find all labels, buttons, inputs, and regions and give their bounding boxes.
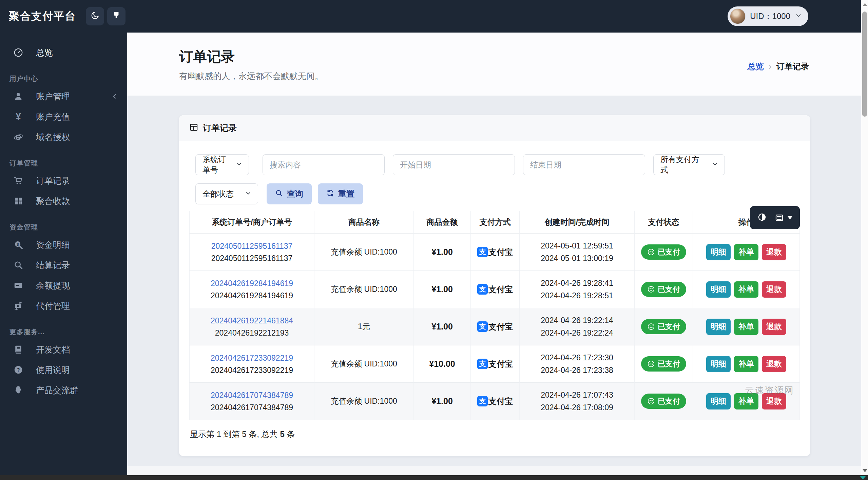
sidebar-item-aggregate-collection[interactable]: 聚合收款 xyxy=(0,191,127,211)
globe-icon xyxy=(13,132,24,142)
reset-button[interactable]: 重置 xyxy=(318,183,363,204)
dashboard-icon xyxy=(13,47,24,58)
sidebar-item-label: 产品交流群 xyxy=(36,385,78,396)
sidebar-item-order-records[interactable]: 订单记录 xyxy=(0,171,127,191)
sidebar-item-label: 资金明细 xyxy=(36,239,70,251)
order-link[interactable]: 2024050112595161137 xyxy=(211,240,293,252)
sidebar-item-dev-docs[interactable]: 开发文档 xyxy=(0,339,127,360)
layout-menu-button[interactable] xyxy=(775,213,793,222)
qq-icon xyxy=(13,385,24,396)
reorder-button[interactable]: 补单 xyxy=(734,319,758,335)
scroll-thumb[interactable] xyxy=(862,12,867,117)
completed-time: 2024-04-26 17:08:09 xyxy=(541,401,613,414)
order-field-select[interactable]: 系统订单号 xyxy=(195,154,249,175)
order-link[interactable]: 2024042619221461884 xyxy=(211,315,293,327)
summary-suffix: 条 xyxy=(285,429,295,439)
sidebar-item-settlement-records[interactable]: 结算记录 xyxy=(0,255,127,275)
watermark: 云速资源网 xyxy=(745,384,794,397)
reorder-button[interactable]: 补单 xyxy=(734,281,758,298)
status-select[interactable]: 全部状态 xyxy=(195,183,258,204)
refund-button[interactable]: 退款 xyxy=(762,244,786,260)
pay-method-label: 支付宝 xyxy=(488,359,513,369)
sidebar-section-funds-management: 资金管理 xyxy=(0,220,127,235)
merchant-order-no: 20240426192212193 xyxy=(215,327,289,339)
alipay-icon: 支 xyxy=(477,247,488,257)
detail-button[interactable]: 明细 xyxy=(706,356,731,372)
status-label: 已支付 xyxy=(658,247,680,257)
col-header-amount: 商品金额 xyxy=(414,211,471,234)
sidebar-section-user-center: 用户中心 xyxy=(0,71,127,86)
user-menu[interactable]: UID：1000 xyxy=(728,6,808,26)
smiley-icon xyxy=(647,323,655,331)
pay-method-select[interactable]: 所有支付方式 xyxy=(653,154,725,175)
sidebar-item-label: 使用说明 xyxy=(36,364,70,376)
page-bottom-strip xyxy=(127,466,868,475)
search-input[interactable] xyxy=(263,154,385,175)
refund-button[interactable]: 退款 xyxy=(762,356,786,372)
breadcrumb: 总览 › 订单记录 xyxy=(748,61,809,72)
status-select-value: 全部状态 xyxy=(202,189,234,199)
svg-text:?: ? xyxy=(17,367,20,373)
amount: ¥1.00 xyxy=(431,322,453,332)
table-row: 2024042617233092219 2024042617233092219 … xyxy=(189,345,800,383)
col-header-times: 创建时间/完成时间 xyxy=(520,211,635,234)
reset-button-label: 重置 xyxy=(338,188,354,199)
sidebar-item-usage-guide[interactable]: ? 使用说明 xyxy=(0,360,127,380)
theme-brush-button[interactable] xyxy=(107,7,126,25)
brush-icon xyxy=(112,11,121,22)
detail-button[interactable]: 明细 xyxy=(706,319,731,335)
created-time: 2024-04-26 17:07:43 xyxy=(541,389,613,401)
order-link[interactable]: 2024042617074384789 xyxy=(211,389,293,401)
refund-button[interactable]: 退款 xyxy=(762,319,786,335)
start-date-input[interactable] xyxy=(393,154,515,175)
breadcrumb-link-overview[interactable]: 总览 xyxy=(748,61,764,72)
pay-method: 支 支付宝 xyxy=(477,359,513,369)
pay-method-label: 支付宝 xyxy=(488,284,513,295)
order-link[interactable]: 2024042617233092219 xyxy=(211,352,293,364)
toggle-columns-button[interactable] xyxy=(757,213,767,223)
amount: ¥10.00 xyxy=(429,359,455,369)
alipay-icon: 支 xyxy=(477,359,488,369)
sidebar-item-label: 账户管理 xyxy=(36,91,70,102)
sidebar-item-funds-detail[interactable]: $ 资金明细 xyxy=(0,235,127,255)
end-date-input[interactable] xyxy=(523,154,645,175)
refund-button[interactable]: 退款 xyxy=(762,281,786,298)
product-name: 1元 xyxy=(358,321,370,332)
sidebar-item-balance-withdrawal[interactable]: 余额提现 xyxy=(0,275,127,296)
horizontal-scrollbar[interactable] xyxy=(0,475,868,480)
query-button[interactable]: 查询 xyxy=(267,183,312,204)
completed-time: 2024-05-01 13:00:19 xyxy=(541,252,613,265)
avatar xyxy=(730,8,746,24)
detail-button[interactable]: 明细 xyxy=(706,393,731,409)
merchant-order-no: 2024042619284194619 xyxy=(211,289,293,302)
search-icon xyxy=(13,260,24,271)
sidebar-item-product-chat-group[interactable]: 产品交流群 xyxy=(0,380,127,400)
smiley-icon xyxy=(647,285,655,293)
sidebar-item-label: 余额提现 xyxy=(36,280,70,291)
sidebar-item-label: 账户充值 xyxy=(36,111,70,122)
status-label: 已支付 xyxy=(658,322,680,332)
order-link[interactable]: 2024042619284194619 xyxy=(211,277,293,289)
page-title: 订单记录 xyxy=(179,47,235,66)
sidebar-item-payout-management[interactable]: 代付管理 xyxy=(0,296,127,316)
smiley-icon xyxy=(647,248,655,256)
sidebar-item-account-management[interactable]: 账户管理 xyxy=(0,86,127,106)
vertical-scrollbar[interactable] xyxy=(861,0,868,475)
sidebar-item-overview[interactable]: 总览 xyxy=(0,42,127,63)
pay-method: 支 支付宝 xyxy=(477,396,513,407)
card-header: 订单记录 xyxy=(179,115,810,141)
search-icon xyxy=(275,189,283,199)
sidebar-item-domain-auth[interactable]: 域名授权 xyxy=(0,127,127,147)
detail-button[interactable]: 明细 xyxy=(706,244,731,260)
detail-button[interactable]: 明细 xyxy=(706,281,731,298)
pay-method: 支 支付宝 xyxy=(477,321,513,332)
row-actions: 明细 补单 退款 xyxy=(706,244,786,260)
row-actions: 明细 补单 退款 xyxy=(706,281,786,298)
sidebar-item-account-recharge[interactable]: ¥ 账户充值 xyxy=(0,106,127,127)
status-badge: 已支付 xyxy=(641,244,686,260)
reorder-button[interactable]: 补单 xyxy=(734,356,758,372)
breadcrumb-separator: › xyxy=(769,61,772,72)
dark-mode-button[interactable] xyxy=(86,7,104,25)
status-badge: 已支付 xyxy=(641,319,686,334)
reorder-button[interactable]: 补单 xyxy=(734,244,758,260)
